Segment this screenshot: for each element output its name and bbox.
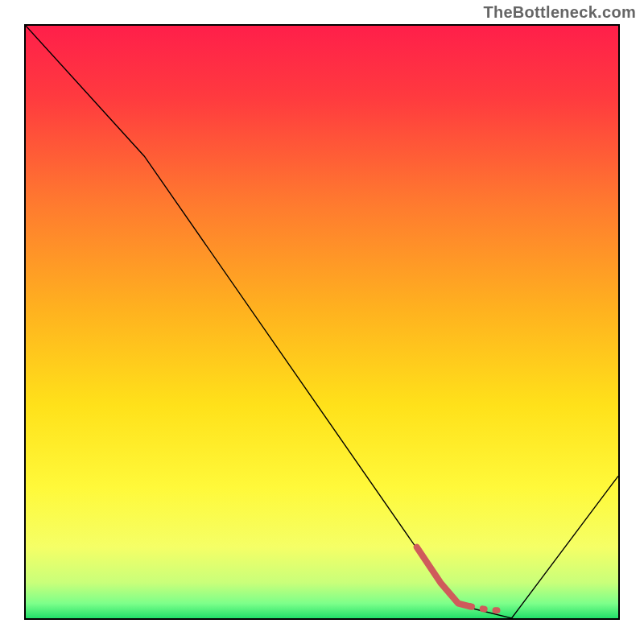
highlight-solid: [417, 547, 470, 607]
highlight-dashed: [470, 606, 506, 610]
chart-container: TheBottleneck.com: [0, 0, 644, 644]
attribution-text: TheBottleneck.com: [483, 3, 636, 22]
main-curve: [26, 26, 618, 618]
curve-overlay: [26, 26, 618, 618]
plot-area: [24, 24, 620, 620]
